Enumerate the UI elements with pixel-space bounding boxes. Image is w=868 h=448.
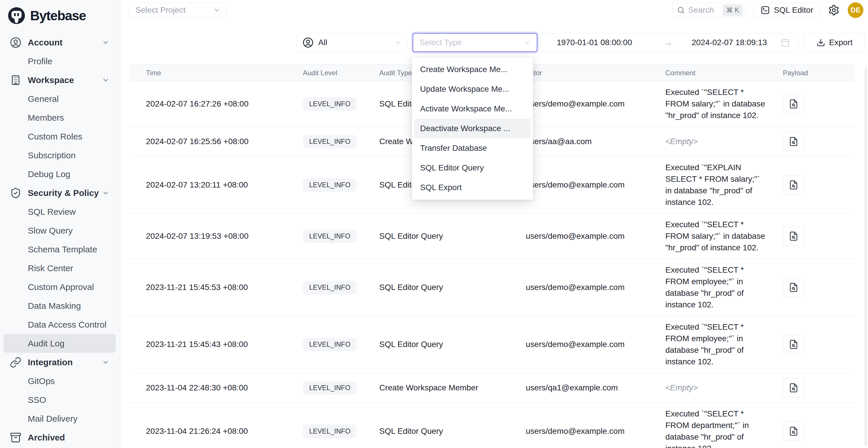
- date-to-value: 2024-02-07 18:09:13: [692, 38, 767, 47]
- table-row[interactable]: 2023-11-21 15:45:53 +08:00 LEVEL_INFO SQ…: [129, 259, 855, 316]
- sidebar-item-label: Audit Log: [28, 339, 65, 348]
- sidebar-item-label: Slow Query: [28, 226, 73, 235]
- row-audit-type: Create Workspace Member: [376, 383, 521, 392]
- row-audit-type: SQL Editor Query: [376, 283, 521, 292]
- row-level-cell: LEVEL_INFO: [301, 97, 376, 111]
- row-actor: users/demo@example.com: [521, 99, 663, 108]
- row-actor: users/aa@aa.com: [521, 137, 663, 146]
- dropdown-option-transfer-database[interactable]: Transfer Database: [414, 138, 531, 158]
- sidebar-item-members[interactable]: Members: [3, 108, 116, 127]
- sidebar-item-custom-approval[interactable]: Custom Approval: [3, 278, 116, 296]
- payload-view-button[interactable]: [783, 378, 804, 397]
- chevron-down-icon: [102, 76, 110, 84]
- row-time: 2023-11-04 22:48:30 +08:00: [129, 383, 301, 392]
- dropdown-option-create-workspace-me[interactable]: Create Workspace Me...: [414, 60, 531, 79]
- audit-level-badge: LEVEL_INFO: [303, 97, 357, 111]
- brand-logo[interactable]: Bytebase: [0, 0, 120, 27]
- sidebar-item-label: SQL Review: [28, 207, 76, 217]
- sidebar-item-gitops[interactable]: GitOps: [3, 372, 116, 390]
- sidebar: Bytebase AccountProfileWorkspaceGeneralM…: [0, 0, 120, 448]
- table-row[interactable]: 2023-11-04 21:26:24 +08:00 LEVEL_INFO SQ…: [129, 403, 855, 448]
- actor-filter-select[interactable]: All: [297, 33, 407, 52]
- user-avatar[interactable]: DE: [848, 2, 863, 18]
- sidebar-item-workspace[interactable]: Workspace: [3, 71, 116, 89]
- sidebar-item-mail-delivery[interactable]: Mail Delivery: [3, 409, 116, 428]
- sidebar-item-sso[interactable]: SSO: [3, 390, 116, 409]
- row-actor: users/demo@example.com: [521, 426, 663, 436]
- chevron-down-icon: [524, 39, 530, 46]
- app-root: Bytebase AccountProfileWorkspaceGeneralM…: [0, 0, 868, 448]
- dropdown-option-update-workspace-me[interactable]: Update Workspace Me...: [414, 79, 531, 99]
- table-row[interactable]: 2023-11-21 15:45:43 +08:00 LEVEL_INFO SQ…: [129, 316, 855, 373]
- row-audit-type: SQL Editor Query: [376, 426, 521, 436]
- sidebar-item-custom-roles[interactable]: Custom Roles: [3, 127, 116, 146]
- table-row[interactable]: 2024-02-07 13:19:53 +08:00 LEVEL_INFO SQ…: [129, 214, 855, 259]
- topbar-actions: Search ⌘ K SQL Editor DE: [672, 2, 863, 18]
- search-icon: [677, 6, 685, 14]
- column-header-comment: Comment: [663, 69, 770, 77]
- search-input[interactable]: Search ⌘ K: [672, 3, 746, 18]
- sidebar-item-label: Risk Center: [28, 263, 73, 273]
- project-select[interactable]: Select Project: [129, 3, 227, 18]
- type-filter-dropdown: Create Workspace Me...Update Workspace M…: [412, 57, 533, 200]
- sidebar-item-label: Custom Roles: [28, 132, 82, 141]
- date-range-picker[interactable]: 1970-01-01 08:00:00 → 2024-02-07 18:09:1…: [540, 33, 799, 52]
- row-payload-cell: [770, 227, 855, 246]
- shield-check-icon: [10, 187, 22, 199]
- sidebar-item-data-masking[interactable]: Data Masking: [3, 296, 116, 315]
- sidebar-item-schema-template[interactable]: Schema Template: [3, 240, 116, 259]
- actor-filter-value: All: [318, 38, 390, 47]
- column-header-payload: Payload: [770, 69, 855, 77]
- vertical-scrollbar[interactable]: [865, 67, 867, 446]
- dropdown-option-sql-editor-query[interactable]: SQL Editor Query: [414, 158, 531, 178]
- brand-wordmark: Bytebase: [30, 8, 86, 24]
- row-actor: users/demo@example.com: [521, 340, 663, 349]
- payload-view-button[interactable]: [783, 227, 804, 246]
- type-filter-placeholder: Select Type: [420, 38, 524, 47]
- sidebar-item-audit-log[interactable]: Audit Log: [3, 334, 116, 353]
- audit-level-badge: LEVEL_INFO: [303, 281, 357, 294]
- sql-editor-button[interactable]: SQL Editor: [754, 3, 820, 18]
- row-comment-cell: Executed `"SELECT * FROM salary;"` in da…: [663, 219, 770, 254]
- sidebar-item-label: Archived: [28, 433, 65, 443]
- row-comment-cell: Executed `"SELECT * FROM salary;"` in da…: [663, 87, 770, 121]
- payload-view-button[interactable]: [783, 132, 804, 151]
- sidebar-item-security-policy[interactable]: Security & Policy: [3, 184, 116, 202]
- payload-view-button[interactable]: [783, 278, 804, 297]
- row-comment: Executed `"SELECT * FROM salary;"` in da…: [665, 220, 765, 252]
- sidebar-item-label: Debug Log: [28, 169, 70, 179]
- sidebar-item-integration[interactable]: Integration: [3, 353, 116, 372]
- sidebar-item-general[interactable]: General: [3, 89, 116, 108]
- export-button[interactable]: Export: [804, 33, 865, 52]
- payload-view-button[interactable]: [783, 422, 804, 441]
- scrollbar-thumb[interactable]: [865, 67, 867, 446]
- link-icon: [10, 357, 22, 368]
- sidebar-item-archived[interactable]: Archived: [3, 428, 116, 447]
- row-comment-cell: <Empty>: [663, 382, 770, 393]
- sidebar-item-debug-log[interactable]: Debug Log: [3, 165, 116, 184]
- payload-view-button[interactable]: [783, 335, 804, 354]
- type-filter-select[interactable]: Select Type: [412, 33, 537, 52]
- user-circle-icon: [10, 37, 22, 48]
- audit-level-badge: LEVEL_INFO: [303, 178, 357, 192]
- sidebar-item-sql-review[interactable]: SQL Review: [3, 202, 116, 221]
- sidebar-item-risk-center[interactable]: Risk Center: [3, 259, 116, 278]
- payload-view-button[interactable]: [783, 94, 804, 114]
- sidebar-item-slow-query[interactable]: Slow Query: [3, 221, 116, 240]
- audit-level-badge: LEVEL_INFO: [303, 381, 357, 395]
- dropdown-option-activate-workspace-me[interactable]: Activate Workspace Me...: [414, 99, 531, 119]
- sidebar-item-label: Subscription: [28, 151, 75, 160]
- row-payload-cell: [770, 335, 855, 354]
- table-row[interactable]: 2023-11-04 22:48:30 +08:00 LEVEL_INFO Cr…: [129, 373, 855, 403]
- gear-icon[interactable]: [828, 4, 840, 16]
- payload-view-button[interactable]: [783, 175, 804, 194]
- sidebar-item-data-access-control[interactable]: Data Access Control: [3, 315, 116, 334]
- dropdown-option-sql-export[interactable]: SQL Export: [414, 178, 531, 197]
- dropdown-option-deactivate-workspace[interactable]: Deactivate Workspace ...: [414, 119, 531, 138]
- sidebar-item-profile[interactable]: Profile: [3, 52, 116, 71]
- row-comment: Executed `"SELECT * FROM employee;"` in …: [665, 322, 744, 366]
- search-shortcut-badge: ⌘ K: [723, 4, 743, 16]
- audit-level-badge: LEVEL_INFO: [303, 229, 357, 243]
- sidebar-item-subscription[interactable]: Subscription: [3, 146, 116, 165]
- sidebar-item-account[interactable]: Account: [3, 33, 116, 52]
